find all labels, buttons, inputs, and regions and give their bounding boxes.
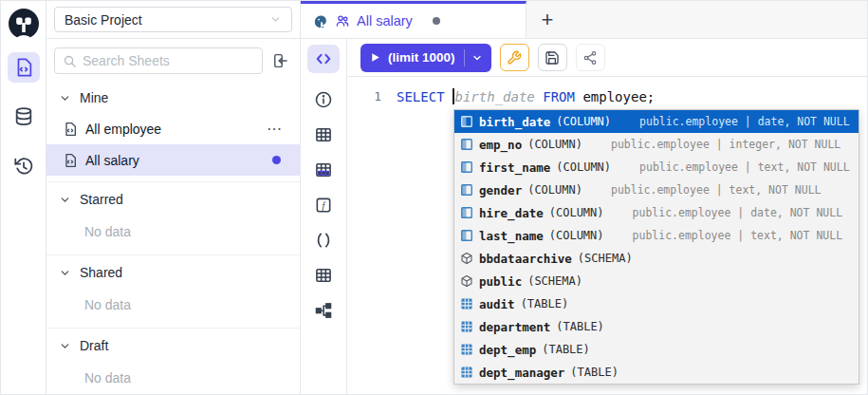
suggestion-item[interactable]: birth_date (COLUMN) public.employee | da… [454,110,859,133]
functions-panel-button[interactable]: f [307,191,340,219]
editor-tool-rail: f [301,39,346,394]
suggestion-item[interactable]: public (SCHEMA) [454,270,859,292]
column-icon [460,115,473,128]
suggestion-item[interactable]: dept_manager (TABLE) [454,361,859,384]
search-box[interactable] [54,47,263,74]
table-icon [314,125,333,144]
suggestion-name: bbdataarchive [479,252,572,266]
tree-header-mine[interactable]: Mine [46,83,300,113]
search-row [46,39,300,79]
suggestion-item[interactable]: bbdataarchive (SCHEMA) [454,247,859,270]
wrench-icon [507,50,522,66]
keyword-from: FROM [535,89,575,104]
rail-sheets-button[interactable] [8,52,40,83]
suggestion-kind: (COLUMN) [556,160,611,174]
suggestion-name: birth_date [479,115,550,129]
sheet-item-all-salary[interactable]: All salary [46,144,300,176]
tree-header-label: Draft [80,338,108,353]
suggestion-kind: (COLUMN) [549,229,604,242]
sheet-item-all-employee[interactable]: All employee ⋯ [46,113,300,144]
text-cursor [452,88,454,104]
table-icon [460,366,473,379]
column-icon [460,206,473,219]
sheet-tree: Mine All employee ⋯ All salary [46,79,300,394]
search-input[interactable] [83,53,254,68]
project-selector[interactable]: Basic Project [54,7,292,32]
suggestion-item[interactable]: emp_no (COLUMN) public.employee | intege… [454,133,859,156]
database-icon [13,106,34,127]
column-icon [460,183,473,197]
tree-header-draft[interactable]: Draft [46,330,300,361]
rail-history-button[interactable] [8,151,40,181]
bytebase-logo[interactable] [7,7,41,41]
suggestion-item[interactable]: last_name (COLUMN) public.employee | tex… [454,224,859,247]
tab-all-salary[interactable]: All salary [301,1,526,38]
tree-section-starred: Starred No data [46,184,300,255]
tree-header-starred[interactable]: Starred [46,184,300,215]
postgresql-icon [312,13,328,29]
sheet-file-icon [63,153,78,168]
rail-database-button[interactable] [8,102,40,132]
empty-state-text: No data [46,288,300,322]
more-actions-button[interactable]: ⋯ [267,120,288,138]
project-name: Basic Project [65,12,142,28]
schema-diagram-panel-button[interactable] [307,296,340,325]
format-sql-button[interactable] [500,44,529,71]
suggestion-detail: public.employee | text, NOT NULL [639,160,850,174]
empty-state-text: No data [46,215,300,249]
search-icon [63,54,77,68]
suggestion-kind: (COLUMN) [556,115,611,128]
table-list-panel-button[interactable] [307,261,340,290]
code-tail: employee; [575,89,655,104]
suggestion-detail: public.employee | date, NOT NULL [633,206,843,219]
run-query-button[interactable]: (limit 1000) [360,44,491,72]
suggestion-kind: (TABLE) [570,366,619,379]
code-icon [314,49,333,68]
suggestion-name: emp_no [479,138,522,152]
suggestion-item[interactable]: gender (COLUMN) public.employee | text, … [454,179,859,201]
project-selector-row: Basic Project [46,1,300,39]
suggestion-item[interactable]: first_name (COLUMN) public.employee | te… [454,156,859,179]
sql-editor[interactable]: 1 SELECT birth_date FROM employee; birth… [347,77,867,394]
editor-toolbar: (limit 1000) [347,39,867,77]
chevron-down-icon [59,267,71,279]
suggestion-item[interactable]: dept_emp (TABLE) [454,338,859,361]
suggestion-name: dept_emp [479,343,536,357]
parameters-panel-button[interactable] [307,226,340,254]
new-tab-button[interactable]: + [526,1,568,38]
suggestion-item[interactable]: hire_date (COLUMN) public.employee | dat… [454,201,859,224]
suggestion-item[interactable]: department (TABLE) [454,315,859,338]
column-icon [460,229,473,242]
suggestion-name: dept_manager [479,366,564,380]
suggestion-name: first_name [479,160,550,175]
line-number: 1 [347,89,381,103]
suggestion-detail: public.employee | date, NOT NULL [639,115,850,128]
suggestion-kind: (TABLE) [556,320,604,333]
info-panel-button[interactable] [307,85,340,114]
tables-panel-button[interactable] [307,121,340,149]
info-icon [314,90,333,109]
save-button[interactable] [538,44,567,71]
suggestion-kind: (COLUMN) [549,206,604,219]
code-panel-button[interactable] [307,45,340,73]
suggestion-detail: public.employee | text, NOT NULL [611,183,822,197]
import-icon [271,52,288,69]
sidebar: Basic Project [46,1,301,394]
suggestion-kind: (TABLE) [542,343,590,356]
chevron-down-icon [59,194,71,206]
schema-diagram-icon [314,301,333,320]
suggestion-name: audit [479,297,515,311]
masked-data-panel-button[interactable] [307,156,340,184]
chevron-down-icon[interactable] [471,52,483,64]
share-icon [582,50,598,66]
tree-section-shared: Shared No data [46,257,300,329]
suggestion-kind: (SCHEMA) [578,252,633,265]
suggestion-item[interactable]: audit (TABLE) [454,292,859,315]
tree-header-shared[interactable]: Shared [46,257,300,288]
tree-section-draft: Draft No data [46,330,300,394]
table-icon [314,266,333,285]
shared-users-icon [335,13,350,28]
share-button[interactable] [576,44,605,71]
suggestion-detail: public.employee | integer, NOT NULL [611,138,840,151]
import-sheet-button[interactable] [267,47,292,74]
